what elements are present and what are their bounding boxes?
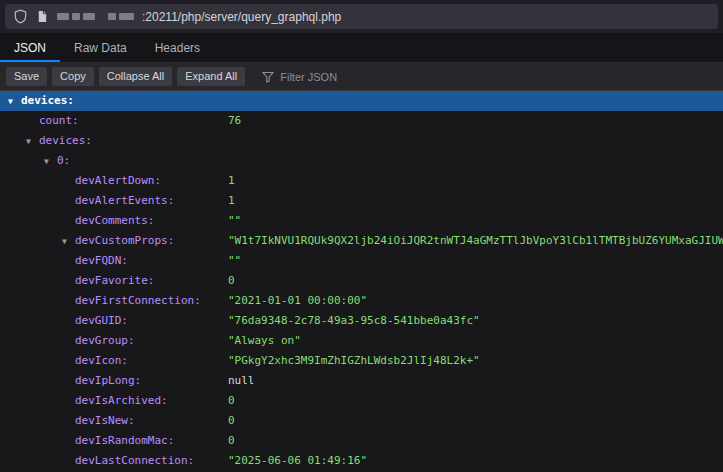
tree-row[interactable]: ▼devGUID: "76da9348-2c78-49a3-95c8-541bb… (0, 311, 723, 331)
property-value: "W1t7IkNVU1RQUk9QX2ljb24iOiJQR2tnWTJ4aGM… (228, 231, 723, 251)
property-name[interactable]: devFavorite: (75, 274, 154, 287)
property-name[interactable]: 0: (57, 154, 70, 167)
filter-container (262, 71, 430, 83)
tab-json[interactable]: JSON (0, 33, 60, 62)
key-cell: ▼0: (0, 151, 228, 171)
property-value (228, 91, 723, 111)
key-cell: ▼devIsNew: (0, 411, 228, 431)
shield-icon[interactable] (13, 9, 28, 24)
property-value: "PGkgY2xhc3M9ImZhIGZhLWdsb2JlIj48L2k+" (228, 351, 723, 371)
property-name[interactable]: devGUID: (75, 314, 128, 327)
property-value: "Always on" (228, 331, 723, 351)
key-cell: ▼devIcon: (0, 351, 228, 371)
tree-row[interactable]: ▼devices: (0, 131, 723, 151)
property-name[interactable]: devIsArchived: (75, 394, 168, 407)
property-value: 0 (228, 431, 723, 451)
tree-row[interactable]: ▼devFavorite: 0 (0, 271, 723, 291)
property-name[interactable]: devLastConnection: (75, 454, 194, 467)
key-cell: ▼devLastConnection: (0, 451, 228, 471)
tree-row[interactable]: ▼0: (0, 151, 723, 171)
key-cell: ▼devices: (0, 131, 228, 151)
redacted-block (72, 13, 80, 20)
redacted-block (108, 13, 116, 20)
property-value: "" (228, 251, 723, 271)
tree-row[interactable]: ▼devFirstConnection: "2021-01-01 00:00:0… (0, 291, 723, 311)
property-value: 0 (228, 411, 723, 431)
tree-row[interactable]: ▼devIcon: "PGkgY2xhc3M9ImZhIGZhLWdsb2JlI… (0, 351, 723, 371)
tree-row[interactable]: ▼devIsNew: 0 (0, 411, 723, 431)
redacted-block (57, 13, 69, 20)
property-name[interactable]: devFirstConnection: (75, 294, 201, 307)
tree-row[interactable]: ▼devLastConnection: "2025-06-06 01:49:16… (0, 451, 723, 471)
property-value: "2021-01-01 00:00:00" (228, 291, 723, 311)
property-value (228, 151, 723, 171)
property-name[interactable]: devIsNew: (75, 414, 135, 427)
property-name[interactable]: devGroup: (75, 334, 135, 347)
json-toolbar: Save Copy Collapse All Expand All (0, 63, 723, 91)
property-name[interactable]: devCustomProps: (75, 234, 174, 247)
key-cell: ▼devAlertEvents: (0, 191, 228, 211)
browser-toolbar: :20211/php/server/query_graphql.php (0, 0, 723, 33)
tree-row[interactable]: ▼devIpLong: null (0, 371, 723, 391)
key-cell: ▼count: (0, 111, 228, 131)
expand-arrow-icon[interactable]: ▼ (26, 132, 39, 151)
json-viewer-tabbar: JSON Raw Data Headers (0, 33, 723, 63)
property-value (228, 131, 723, 151)
tree-row[interactable]: ▼devIsRandomMac: 0 (0, 431, 723, 451)
key-cell: ▼devCustomProps: (0, 231, 228, 251)
redacted-block (83, 13, 95, 20)
tree-row[interactable]: ▼devComments: "" (0, 211, 723, 231)
expand-all-button[interactable]: Expand All (177, 67, 245, 86)
tree-row[interactable]: ▼devAlertEvents: 1 (0, 191, 723, 211)
property-name[interactable]: devices: (39, 134, 92, 147)
property-value: 76 (228, 111, 723, 131)
property-value: null (228, 371, 723, 391)
tree-row[interactable]: ▼devices: (0, 91, 723, 111)
expand-arrow-icon[interactable]: ▼ (62, 232, 75, 251)
tab-headers[interactable]: Headers (141, 33, 214, 62)
property-name[interactable]: devIsRandomMac: (75, 434, 174, 447)
key-cell: ▼devFQDN: (0, 251, 228, 271)
property-name[interactable]: devFQDN: (75, 254, 128, 267)
property-value: 0 (228, 271, 723, 291)
key-cell: ▼devIsRandomMac: (0, 431, 228, 451)
key-cell: ▼devGUID: (0, 311, 228, 331)
redacted-block (119, 13, 134, 20)
tree-row[interactable]: ▼devAlertDown: 1 (0, 171, 723, 191)
url-text: :20211/php/server/query_graphql.php (142, 10, 341, 24)
property-name[interactable]: devIcon: (75, 354, 128, 367)
tree-row[interactable]: ▼devGroup: "Always on" (0, 331, 723, 351)
tree-row[interactable]: ▼devCustomProps: "W1t7IkNVU1RQUk9QX2ljb2… (0, 231, 723, 251)
property-value: "" (228, 211, 723, 231)
expand-arrow-icon[interactable]: ▼ (8, 92, 21, 111)
url-bar[interactable]: :20211/php/server/query_graphql.php (5, 4, 718, 29)
key-cell: ▼devGroup: (0, 331, 228, 351)
filter-json-input[interactable] (280, 71, 430, 83)
property-name[interactable]: devIpLong: (75, 374, 141, 387)
tree-row[interactable]: ▼count: 76 (0, 111, 723, 131)
property-value: "76da9348-2c78-49a3-95c8-541bbe0a43fc" (228, 311, 723, 331)
key-cell: ▼devIsArchived: (0, 391, 228, 411)
property-name[interactable]: devAlertDown: (75, 174, 161, 187)
page-icon[interactable] (36, 10, 49, 23)
tree-row[interactable]: ▼devIsArchived: 0 (0, 391, 723, 411)
property-name[interactable]: devAlertEvents: (75, 194, 174, 207)
key-cell: ▼devFavorite: (0, 271, 228, 291)
redacted-host (57, 13, 134, 20)
tab-raw-data[interactable]: Raw Data (60, 33, 141, 62)
key-cell: ▼devAlertDown: (0, 171, 228, 191)
property-name[interactable]: count: (39, 114, 79, 127)
key-cell: ▼devIpLong: (0, 371, 228, 391)
copy-button[interactable]: Copy (52, 67, 94, 86)
property-value: "2025-06-06 01:49:16" (228, 451, 723, 471)
key-cell: ▼devices: (0, 91, 228, 111)
filter-funnel-icon (262, 71, 274, 83)
collapse-all-button[interactable]: Collapse All (99, 67, 172, 86)
property-name[interactable]: devComments: (75, 214, 154, 227)
property-value: 1 (228, 171, 723, 191)
property-name[interactable]: devices: (21, 94, 74, 107)
expand-arrow-icon[interactable]: ▼ (44, 152, 57, 171)
tree-row[interactable]: ▼devFQDN: "" (0, 251, 723, 271)
redacted-gap (98, 16, 105, 17)
save-button[interactable]: Save (6, 67, 47, 86)
